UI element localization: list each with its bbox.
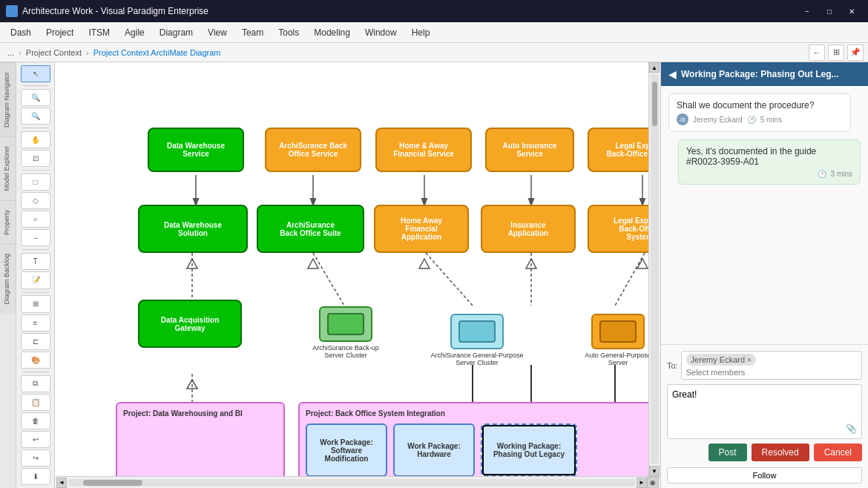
menu-itsm[interactable]: ITSM — [81, 24, 117, 41]
tool-fit[interactable]: ⊡ — [21, 150, 50, 167]
hscroll-handle[interactable] — [83, 480, 142, 486]
diagram-canvas[interactable]: Data WarehouseService ArchiSurance BackO… — [55, 62, 660, 476]
tool-shape-1[interactable]: □ — [21, 174, 50, 191]
right-panel: ◀ Working Package: Phasing Out Leg... Sh… — [660, 62, 868, 488]
recipient-name: Jeremy Eckard — [691, 355, 745, 364]
rp-compose-area: To: Jeremy Eckard × Great! 📎 Post Resolv… — [661, 344, 868, 467]
tool-zoom-in[interactable]: 🔍 — [21, 89, 50, 106]
node-dag[interactable]: Data AcquisitionGateway — [138, 300, 242, 348]
breadcrumb-grid-icon[interactable]: ⊞ — [828, 44, 844, 61]
diagram-scroll[interactable]: Data WarehouseService ArchiSurance BackO… — [55, 62, 660, 476]
sidebar-tab-property[interactable]: Property — [0, 200, 16, 244]
minimize-button[interactable]: − — [797, 4, 818, 19]
close-button[interactable]: ✕ — [841, 4, 862, 19]
compose-to-row: To: Jeremy Eckard × — [667, 351, 862, 380]
node-hafa[interactable]: Home AwayFinancialApplication — [374, 205, 469, 253]
tool-group[interactable]: ⊏ — [21, 333, 50, 350]
tool-delete[interactable]: 🗑 — [21, 412, 50, 429]
breadcrumb-back-icon[interactable]: ← — [809, 44, 825, 61]
node-abs-cluster[interactable]: ArchiSurance Back-upServer Cluster — [291, 300, 401, 359]
rp-header: ◀ Working Package: Phasing Out Leg... — [661, 62, 868, 86]
node-auto-gps[interactable]: Auto General-PurposeServer — [567, 300, 660, 366]
node-proj-dwbi[interactable]: Project: Data Warehousing and BI — [116, 402, 285, 476]
tool-paste[interactable]: 📋 — [21, 394, 50, 411]
breadcrumb-bar: ... › Project Context › Project Context … — [0, 43, 868, 62]
menu-modeling[interactable]: Modeling — [306, 24, 358, 41]
menu-agile[interactable]: Agile — [117, 24, 152, 41]
tool-separator-2 — [22, 128, 49, 128]
menu-window[interactable]: Window — [358, 24, 404, 41]
tool-zoom-out[interactable]: 🔍 — [21, 108, 50, 125]
rp-back-button[interactable]: ◀ — [668, 68, 677, 80]
tool-text[interactable]: T — [21, 253, 50, 270]
vscroll-handle[interactable] — [652, 82, 657, 126]
resolved-button[interactable]: Resolved — [752, 444, 809, 461]
tool-note[interactable]: 📝 — [21, 271, 50, 288]
tool-select[interactable]: ↖ — [21, 65, 50, 82]
menu-diagram[interactable]: Diagram — [152, 24, 200, 41]
tool-pan[interactable]: ✋ — [21, 131, 50, 148]
compose-to-container[interactable]: Jeremy Eckard × — [681, 351, 862, 380]
tool-undo[interactable]: ↩ — [21, 431, 50, 448]
menu-tools[interactable]: Tools — [271, 24, 306, 41]
compose-message-box[interactable]: Great! 📎 — [667, 384, 862, 439]
maximize-button[interactable]: □ — [819, 4, 840, 19]
vscroll-track[interactable] — [651, 74, 659, 464]
breadcrumb-pin-icon[interactable]: 📌 — [847, 44, 864, 61]
members-input[interactable] — [686, 368, 857, 377]
tool-arrow[interactable]: → — [21, 229, 50, 246]
canvas-hscroll[interactable]: ◄ ► ⊕ — [55, 476, 660, 488]
message-text-input[interactable]: Great! — [672, 389, 857, 434]
message-time-2: 3 mins — [831, 170, 852, 178]
breadcrumb-dots[interactable]: ... — [4, 48, 17, 57]
node-dw-solution[interactable]: Data WarehouseSolution — [138, 205, 248, 253]
remove-recipient-button[interactable]: × — [747, 356, 752, 364]
tool-separator-4 — [22, 249, 49, 250]
svg-marker-13 — [526, 259, 536, 268]
node-abs-suite[interactable]: ArchiSuranceBack Office Suite — [257, 205, 364, 253]
node-proj-bosi[interactable]: Project: Back Office System Integration … — [298, 402, 660, 476]
compose-actions: Post Resolved Cancel — [667, 444, 862, 461]
tool-shape-2[interactable]: ◇ — [21, 192, 50, 209]
node-ais-service[interactable]: Auto InsuranceService — [485, 128, 574, 172]
sidebar-tab-navigator[interactable]: Diagram Navigator — [0, 62, 16, 136]
svg-line-7 — [426, 253, 473, 306]
rp-title: Working Package: Phasing Out Leg... — [681, 69, 838, 79]
node-ai-app[interactable]: InsuranceApplication — [481, 205, 576, 253]
post-button[interactable]: Post — [708, 444, 747, 461]
title-bar: Architecture Work - Visual Paradigm Ente… — [0, 0, 868, 22]
menu-view[interactable]: View — [200, 24, 234, 41]
tool-separator-1 — [22, 85, 49, 86]
canvas-vscroll[interactable]: ▲ ▼ — [648, 62, 660, 476]
node-agps-cluster[interactable]: ArchiSurance General-PurposeServer Clust… — [418, 300, 536, 366]
tool-copy[interactable]: ⧉ — [21, 375, 50, 392]
canvas-corner[interactable]: ⊕ — [647, 477, 659, 489]
tool-export[interactable]: ⬇ — [21, 468, 50, 485]
vscroll-down[interactable]: ▼ — [649, 466, 660, 476]
tool-shape-3[interactable]: ○ — [21, 211, 50, 228]
tool-redo[interactable]: ↪ — [21, 449, 50, 466]
sidebar-tab-backlog[interactable]: Diagram Backlog — [0, 244, 16, 314]
menu-help[interactable]: Help — [404, 24, 438, 41]
tool-color[interactable]: 🎨 — [21, 352, 50, 369]
tool-grid[interactable]: ⊞ — [21, 295, 50, 312]
hscroll-left[interactable]: ◄ — [56, 478, 67, 488]
cancel-button[interactable]: Cancel — [814, 444, 862, 461]
menu-dash[interactable]: Dash — [3, 24, 39, 41]
chat-meta-2: 🕐 3 mins — [686, 170, 852, 178]
breadcrumb-project-context[interactable]: Project Context — [23, 48, 85, 57]
follow-button[interactable]: Follow — [667, 467, 862, 484]
node-abs-service[interactable]: ArchiSurance BackOffice Service — [265, 128, 361, 172]
vscroll-up[interactable]: ▲ — [649, 62, 660, 73]
attach-icon[interactable]: 📎 — [846, 423, 857, 434]
menu-project[interactable]: Project — [39, 24, 81, 41]
node-dws-service[interactable]: Data WarehouseService — [148, 128, 244, 172]
svg-line-9 — [615, 253, 645, 306]
node-hafs[interactable]: Home & AwayFinancial Service — [375, 128, 472, 172]
breadcrumb-active[interactable]: Project Context ArchiMate Diagram — [91, 48, 224, 57]
tool-align[interactable]: ≡ — [21, 314, 50, 332]
menu-team[interactable]: Team — [234, 24, 271, 41]
hscroll-right[interactable]: ► — [637, 478, 647, 488]
canvas-area[interactable]: Data WarehouseService ArchiSurance BackO… — [55, 62, 660, 488]
sidebar-tab-explorer[interactable]: Model Explorer — [0, 136, 16, 200]
